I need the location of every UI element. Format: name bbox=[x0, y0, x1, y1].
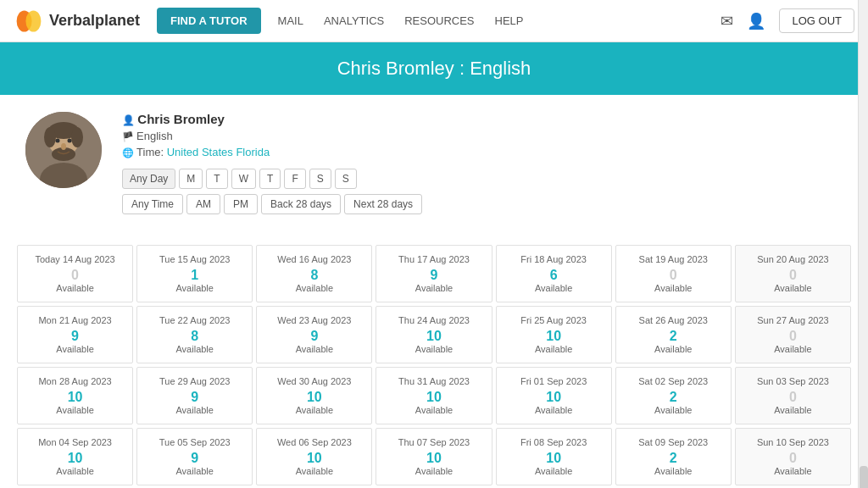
calendar-cell[interactable]: Wed 23 Aug 20239Available bbox=[256, 306, 372, 363]
calendar-cell[interactable]: Sat 02 Sep 20232Available bbox=[615, 367, 732, 424]
cell-count: 10 bbox=[25, 451, 125, 466]
cell-available: Available bbox=[264, 405, 364, 415]
calendar-cell[interactable]: Wed 30 Aug 202310Available bbox=[256, 367, 372, 424]
calendar-cell[interactable]: Mon 21 Aug 20239Available bbox=[17, 306, 133, 363]
svg-point-5 bbox=[44, 127, 56, 147]
svg-point-6 bbox=[71, 127, 83, 147]
cell-available: Available bbox=[504, 283, 604, 293]
cell-count: 10 bbox=[25, 390, 125, 405]
calendar-cell[interactable]: Wed 16 Aug 20238Available bbox=[256, 245, 372, 302]
scrollbar[interactable] bbox=[858, 0, 868, 488]
cell-date: Thu 31 Aug 2023 bbox=[383, 376, 484, 386]
calendar-cell[interactable]: Thu 07 Sep 202310Available bbox=[376, 428, 492, 485]
filter-next-28[interactable]: Next 28 days bbox=[344, 194, 422, 214]
cell-available: Available bbox=[743, 283, 843, 293]
filter-any-day[interactable]: Any Day bbox=[122, 169, 175, 189]
filter-sunday[interactable]: S bbox=[335, 169, 357, 189]
calendar-cell[interactable]: Sun 10 Sep 20230Available bbox=[735, 428, 851, 485]
cell-available: Available bbox=[743, 466, 843, 476]
filter-monday[interactable]: M bbox=[179, 169, 203, 189]
filter-pm[interactable]: PM bbox=[224, 194, 258, 214]
calendar-cell[interactable]: Wed 06 Sep 202310Available bbox=[256, 428, 372, 485]
cell-available: Available bbox=[25, 344, 125, 354]
calendar-cell[interactable]: Tue 22 Aug 20238Available bbox=[136, 306, 253, 363]
filter-thursday[interactable]: T bbox=[259, 169, 281, 189]
calendar-cell[interactable]: Thu 24 Aug 202310Available bbox=[376, 306, 492, 363]
cell-count: 0 bbox=[743, 268, 843, 283]
filter-wednesday[interactable]: W bbox=[231, 169, 256, 189]
cell-date: Thu 17 Aug 2023 bbox=[383, 254, 484, 264]
cell-count: 10 bbox=[383, 390, 484, 405]
time-filters: Any Time AM PM Back 28 days Next 28 days bbox=[122, 194, 843, 214]
cell-date: Sat 26 Aug 2023 bbox=[623, 315, 724, 325]
cell-count: 0 bbox=[743, 451, 843, 466]
calendar-cell[interactable]: Tue 15 Aug 20231Available bbox=[136, 245, 253, 302]
calendar-cell[interactable]: Sun 20 Aug 20230Available bbox=[735, 245, 851, 302]
cell-date: Fri 08 Sep 2023 bbox=[504, 437, 604, 447]
calendar-cell[interactable]: Fri 01 Sep 202310Available bbox=[496, 367, 612, 424]
cell-date: Sun 27 Aug 2023 bbox=[743, 315, 843, 325]
cell-available: Available bbox=[144, 405, 245, 415]
cell-available: Available bbox=[623, 466, 724, 476]
calendar-cell[interactable]: Sat 19 Aug 20230Available bbox=[615, 245, 732, 302]
flag-icon: 🏴 bbox=[122, 131, 136, 141]
calendar-cell[interactable]: Thu 17 Aug 20239Available bbox=[376, 245, 492, 302]
cell-date: Sun 10 Sep 2023 bbox=[743, 437, 843, 447]
globe-icon: 🌐 bbox=[122, 147, 136, 158]
calendar-cell[interactable]: Sun 03 Sep 20230Available bbox=[735, 367, 851, 424]
nav-mail[interactable]: MAIL bbox=[278, 14, 303, 27]
calendar-cell[interactable]: Tue 05 Sep 20239Available bbox=[136, 428, 253, 485]
cell-date: Mon 21 Aug 2023 bbox=[25, 315, 125, 325]
nav-resources[interactable]: RESOURCES bbox=[404, 14, 474, 27]
cell-available: Available bbox=[144, 466, 245, 476]
filter-saturday[interactable]: S bbox=[309, 169, 331, 189]
profile-language: 🏴 English bbox=[122, 130, 843, 142]
cell-date: Wed 06 Sep 2023 bbox=[264, 437, 364, 447]
calendar-cell[interactable]: Sat 09 Sep 20232Available bbox=[615, 428, 732, 485]
cell-count: 0 bbox=[743, 329, 843, 344]
mail-icon[interactable]: ✉ bbox=[721, 12, 733, 30]
nav-help[interactable]: HELP bbox=[495, 14, 524, 27]
user-icon[interactable]: 👤 bbox=[747, 12, 765, 30]
cell-available: Available bbox=[623, 344, 724, 354]
calendar-cell[interactable]: Mon 04 Sep 202310Available bbox=[17, 428, 133, 485]
calendar-cell[interactable]: Thu 31 Aug 202310Available bbox=[376, 367, 492, 424]
nav-analytics[interactable]: ANALYTICS bbox=[324, 14, 384, 27]
cell-available: Available bbox=[743, 405, 843, 415]
calendar-cell[interactable]: Tue 29 Aug 20239Available bbox=[136, 367, 253, 424]
logout-button[interactable]: LOG OUT bbox=[779, 8, 854, 33]
scrollbar-knob[interactable] bbox=[860, 466, 868, 488]
cell-count: 0 bbox=[25, 268, 125, 283]
cell-available: Available bbox=[383, 466, 484, 476]
cell-date: Sat 09 Sep 2023 bbox=[623, 437, 724, 447]
profile-timezone: 🌐 Time: United States Florida bbox=[122, 146, 843, 158]
filter-friday[interactable]: F bbox=[284, 169, 305, 189]
nav-links: MAIL ANALYTICS RESOURCES HELP bbox=[278, 14, 721, 27]
profile-name: 👤 Chris Bromley bbox=[122, 112, 843, 126]
svg-point-11 bbox=[61, 143, 66, 150]
filter-back-28[interactable]: Back 28 days bbox=[261, 194, 341, 214]
calendar-cell[interactable]: Fri 18 Aug 20236Available bbox=[496, 245, 612, 302]
logo-text: Verbalplanet bbox=[49, 12, 140, 30]
filter-tuesday[interactable]: T bbox=[206, 169, 227, 189]
filter-am[interactable]: AM bbox=[186, 194, 220, 214]
cell-available: Available bbox=[623, 405, 724, 415]
cell-date: Fri 01 Sep 2023 bbox=[504, 376, 604, 386]
calendar-cell[interactable]: Fri 08 Sep 202310Available bbox=[496, 428, 612, 485]
calendar-cell[interactable]: Mon 28 Aug 202310Available bbox=[17, 367, 133, 424]
logo-icon bbox=[14, 6, 44, 36]
page-title-bar: Chris Bromley : English bbox=[0, 42, 868, 95]
cell-available: Available bbox=[264, 344, 364, 354]
timezone-link[interactable]: United States Florida bbox=[167, 146, 270, 158]
find-tutor-button[interactable]: FIND A TUTOR bbox=[157, 8, 261, 34]
profile-section: 👤 Chris Bromley 🏴 English 🌐 Time: United… bbox=[0, 95, 868, 231]
calendar-cell[interactable]: Today 14 Aug 20230Available bbox=[17, 245, 133, 302]
calendar-cell[interactable]: Sun 27 Aug 20230Available bbox=[735, 306, 851, 363]
cell-count: 9 bbox=[264, 329, 364, 344]
cell-available: Available bbox=[383, 405, 484, 415]
page-title: Chris Bromley : English bbox=[337, 58, 531, 79]
cell-date: Tue 15 Aug 2023 bbox=[144, 254, 245, 264]
filter-any-time[interactable]: Any Time bbox=[122, 194, 183, 214]
calendar-cell[interactable]: Sat 26 Aug 20232Available bbox=[615, 306, 732, 363]
calendar-cell[interactable]: Fri 25 Aug 202310Available bbox=[496, 306, 612, 363]
